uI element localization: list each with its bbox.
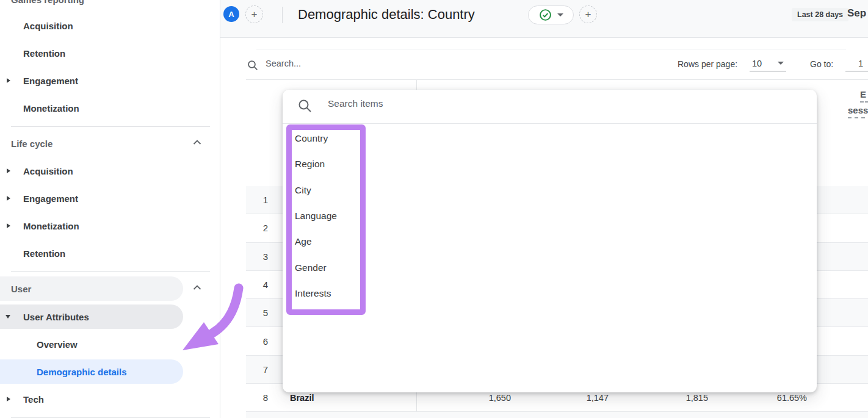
date-range-badge[interactable]: Last 28 days: [792, 8, 848, 21]
rows-per-page-label: Rows per page:: [678, 59, 737, 69]
expand-icon: [7, 223, 10, 228]
add-report-button[interactable]: +: [579, 5, 597, 23]
date-range-picker[interactable]: Sep: [847, 7, 866, 20]
sidebar-item-label: Overview: [37, 339, 78, 350]
header-divider: [282, 7, 283, 23]
report-avatar: A: [223, 6, 239, 22]
sidebar-item-engagement-games[interactable]: Engagement: [0, 68, 183, 93]
dropdown-caret-icon: [557, 13, 563, 16]
chevron-up-icon: [193, 139, 201, 145]
rows-per-page-select[interactable]: 10: [750, 56, 786, 71]
dropdown-divider: [283, 123, 817, 124]
report-sidebar: Games reporting Acquisition Retention En…: [0, 0, 220, 418]
row-index: 5: [246, 299, 285, 326]
sidebar-item-label: Engagement: [23, 193, 78, 204]
sidebar-item-acquisition[interactable]: Acquisition: [0, 159, 183, 183]
row-index: 3: [246, 243, 285, 270]
dimension-option-gender[interactable]: Gender: [283, 255, 423, 281]
row-index: 6: [246, 328, 285, 355]
sidebar-item-retention[interactable]: Retention: [0, 241, 183, 265]
dimension-option-age[interactable]: Age: [283, 229, 423, 254]
dimension-dropdown-panel: Country Region City Language Age Gender …: [283, 90, 817, 392]
go-to-page-input[interactable]: 1: [845, 56, 868, 71]
search-icon: [247, 60, 258, 71]
sidebar-item-label: Retention: [23, 248, 65, 259]
dimension-option-language[interactable]: Language: [283, 203, 423, 229]
table-row-partial: [246, 412, 868, 418]
sidebar-item-engagement[interactable]: Engagement: [0, 186, 183, 211]
sidebar-item-acquisition-games[interactable]: Acquisition: [0, 13, 183, 38]
section-user[interactable]: User: [0, 276, 183, 301]
section-games-reporting-title: Games reporting: [11, 0, 84, 6]
sidebar-item-label: Engagement: [23, 76, 78, 86]
plus-icon: +: [585, 9, 591, 21]
report-status-button[interactable]: [528, 5, 574, 24]
dimension-option-city[interactable]: City: [283, 178, 423, 203]
sidebar-item-label: Acquisition: [23, 166, 73, 176]
search-icon: [298, 99, 312, 113]
chevron-up-icon: [193, 284, 201, 290]
sidebar-item-label: Monetization: [23, 103, 79, 114]
row-index: 8: [246, 384, 285, 411]
sidebar-item-label: Monetization: [23, 221, 79, 231]
plus-icon: +: [251, 9, 258, 21]
column-header-engaged-sessions[interactable]: sess: [848, 105, 868, 118]
sidebar-divider: [11, 126, 210, 127]
page-title: Demographic details: Country: [298, 7, 475, 23]
expand-icon: [7, 196, 10, 201]
dimension-option-country[interactable]: Country: [283, 126, 423, 151]
expand-icon: [7, 78, 10, 83]
collapse-icon: [5, 315, 10, 319]
sidebar-item-label: User Attributes: [23, 312, 89, 322]
expand-icon: [7, 168, 10, 173]
check-circle-icon: [539, 9, 552, 21]
sidebar-item-label: Tech: [23, 394, 44, 405]
row-index: 7: [246, 356, 285, 383]
sidebar-item-overview[interactable]: Overview: [0, 332, 183, 356]
toolbar-divider: [256, 49, 846, 49]
add-comparison-button[interactable]: +: [245, 5, 263, 23]
go-to-label: Go to:: [810, 59, 833, 69]
dimension-option-interests[interactable]: Interests: [283, 281, 423, 306]
rows-per-page-value: 10: [752, 59, 762, 68]
row-index: 1: [246, 186, 285, 214]
table-top-border: [246, 79, 868, 80]
column-header-engaged-sessions[interactable]: E: [860, 89, 868, 103]
sidebar-item-label: Demographic details: [37, 367, 127, 377]
ga4-report-screen: Games reporting Acquisition Retention En…: [0, 0, 868, 418]
table-search-input[interactable]: [264, 58, 399, 69]
sidebar-item-user-attributes[interactable]: User Attributes: [0, 304, 183, 329]
go-to-page-value: 1: [858, 59, 863, 68]
sidebar-item-monetization[interactable]: Monetization: [0, 214, 183, 238]
dimension-option-region[interactable]: Region: [283, 151, 423, 177]
section-title: User: [11, 284, 31, 294]
sidebar-item-label: Acquisition: [23, 21, 73, 31]
section-title: Life cycle: [11, 139, 52, 149]
section-life-cycle[interactable]: Life cycle: [0, 131, 183, 156]
sidebar-item-demographic-details[interactable]: Demographic details: [0, 359, 183, 384]
sidebar-item-retention-games[interactable]: Retention: [0, 41, 183, 65]
sidebar-item-monetization-games[interactable]: Monetization: [0, 96, 183, 120]
sidebar-item-tech[interactable]: Tech: [0, 387, 183, 411]
dropdown-caret-icon: [778, 62, 784, 65]
row-index: 2: [246, 214, 285, 242]
dimension-search-input[interactable]: [327, 98, 571, 110]
sidebar-item-label: Retention: [23, 48, 65, 59]
sidebar-divider: [11, 271, 210, 272]
expand-icon: [7, 397, 10, 402]
row-index: 4: [246, 271, 285, 298]
